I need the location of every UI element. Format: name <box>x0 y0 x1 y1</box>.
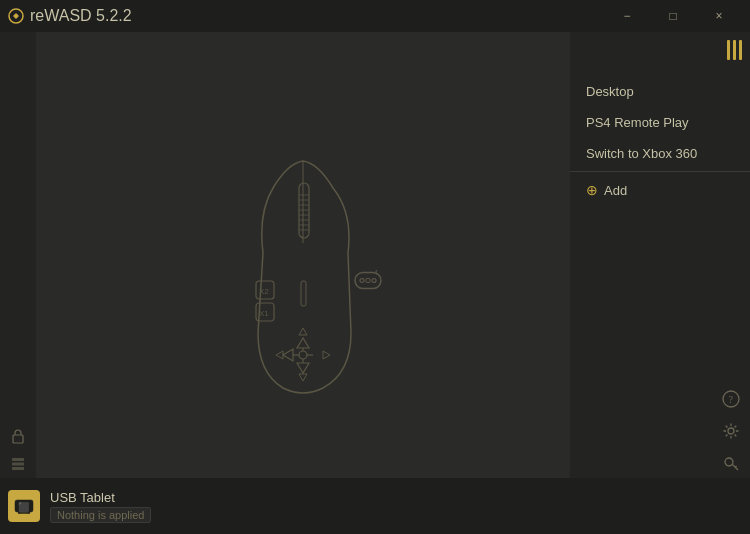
svg-point-30 <box>372 279 376 283</box>
vbar <box>727 40 742 60</box>
help-icon[interactable]: ? <box>720 388 742 410</box>
svg-point-35 <box>728 428 734 434</box>
svg-text:X1: X1 <box>259 309 269 318</box>
app-logo-icon <box>8 8 24 24</box>
device-icon: ⬛ <box>8 490 40 522</box>
svg-rect-1 <box>13 435 23 443</box>
left-sidebar <box>0 32 36 534</box>
device-status: Nothing is applied <box>50 507 151 523</box>
device-name: USB Tablet <box>50 490 151 505</box>
svg-marker-22 <box>313 349 323 361</box>
svg-point-23 <box>299 351 307 359</box>
main-area: X2 X1 <box>0 32 750 534</box>
right-panel: Desktop PS4 Remote Play Switch to Xbox 3… <box>570 32 750 534</box>
svg-point-29 <box>360 279 364 283</box>
vbar-line-3 <box>739 40 742 60</box>
profile-desktop[interactable]: Desktop <box>570 76 750 107</box>
add-icon: ⊕ <box>586 182 598 198</box>
svg-rect-18 <box>301 281 306 306</box>
vbar-line-2 <box>733 40 736 60</box>
maximize-button[interactable]: □ <box>650 0 696 32</box>
device-info: USB Tablet Nothing is applied <box>50 490 151 523</box>
titlebar: reWASD 5.2.2 − □ × <box>0 0 750 32</box>
profile-ps4[interactable]: PS4 Remote Play <box>570 107 750 138</box>
svg-marker-21 <box>283 349 293 361</box>
svg-text:?: ? <box>729 394 734 405</box>
profile-add[interactable]: ⊕ Add <box>570 174 750 206</box>
layers-icon[interactable] <box>8 454 28 474</box>
svg-text:⬛: ⬛ <box>18 501 30 513</box>
settings-icon[interactable] <box>720 420 742 442</box>
bottom-bar: ⬛ USB Tablet Nothing is applied <box>0 478 750 534</box>
svg-text:4: 4 <box>374 269 378 276</box>
profile-menu: Desktop PS4 Remote Play Switch to Xbox 3… <box>570 76 750 206</box>
svg-marker-20 <box>297 363 309 373</box>
profile-xbox360[interactable]: Switch to Xbox 360 <box>570 138 750 169</box>
menu-divider <box>570 171 750 172</box>
vbar-line-1 <box>727 40 730 60</box>
svg-marker-19 <box>297 338 309 348</box>
right-bottom-icons: ? <box>720 388 742 474</box>
left-sidebar-bottom <box>8 426 28 474</box>
key-icon[interactable] <box>720 452 742 474</box>
svg-rect-31 <box>366 279 370 283</box>
center-content: X2 X1 <box>36 32 570 534</box>
svg-point-37 <box>725 458 733 466</box>
app-title: reWASD 5.2.2 <box>30 7 132 25</box>
titlebar-left: reWASD 5.2.2 <box>8 7 132 25</box>
svg-rect-3 <box>12 463 24 466</box>
swap-controller-icon[interactable]: 4 <box>354 269 382 298</box>
svg-text:X2: X2 <box>259 287 269 296</box>
svg-rect-4 <box>12 467 24 470</box>
close-button[interactable]: × <box>696 0 742 32</box>
svg-rect-2 <box>12 458 24 461</box>
minimize-button[interactable]: − <box>604 0 650 32</box>
lock-icon[interactable] <box>8 426 28 446</box>
titlebar-controls: − □ × <box>604 0 742 32</box>
